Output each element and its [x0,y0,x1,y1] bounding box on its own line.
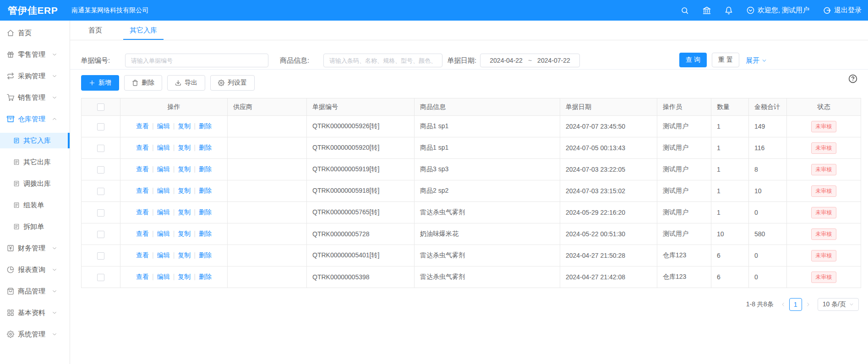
row-action-编辑[interactable]: 编辑 [157,187,170,194]
row-action-删除[interactable]: 删除 [199,208,212,216]
toolbar: 新增 删除 导出 列设置 [81,75,868,91]
row-action-编辑[interactable]: 编辑 [157,144,170,151]
supplier-cell [228,266,307,288]
sidebar-item-商品管理[interactable]: 商品管理 [0,282,70,300]
logout-button[interactable]: 退出登录 [823,6,862,15]
search-icon[interactable] [681,6,689,15]
row-action-复制[interactable]: 复制 [178,144,191,151]
bell-icon[interactable] [725,6,733,15]
sidebar-subitem-组装单[interactable]: 组装单 [0,196,70,214]
sidebar-subitem-其它出库[interactable]: 其它出库 [0,153,70,171]
user-circle-icon [747,6,754,14]
checkbox-cell [82,159,120,180]
row-action-查看[interactable]: 查看 [136,187,149,194]
row-action-复制[interactable]: 复制 [178,230,191,237]
row-action-复制[interactable]: 复制 [178,251,191,259]
row-action-查看[interactable]: 查看 [136,230,149,237]
date-cell: 2024-04-27 21:50:28 [560,245,657,266]
row-action-删除[interactable]: 删除 [199,122,212,130]
row-checkbox[interactable] [97,188,104,195]
prev-page-icon[interactable] [781,302,786,307]
row-action-编辑[interactable]: 编辑 [157,251,170,259]
row-action-复制[interactable]: 复制 [178,122,191,130]
plus-icon [89,80,95,86]
row-checkbox[interactable] [97,209,104,217]
row-checkbox[interactable] [97,274,104,281]
row-checkbox[interactable] [97,123,104,130]
sidebar-item-报表查询[interactable]: 报表查询 [0,261,70,279]
welcome-user[interactable]: 欢迎您, 测试用户 [747,6,809,15]
row-action-查看[interactable]: 查看 [136,122,149,130]
expand-toggle[interactable]: 展开 [746,54,767,67]
row-action-删除[interactable]: 删除 [199,187,212,194]
bank-icon[interactable] [703,6,711,15]
sidebar-subitem-其它入库[interactable]: 其它入库 [0,131,70,150]
row-action-查看[interactable]: 查看 [136,208,149,216]
row-checkbox[interactable] [97,145,104,152]
date-range-picker[interactable]: 2024-04-22 ~ 2024-07-22 [480,54,580,67]
sidebar-item-销售管理[interactable]: 销售管理 [0,88,70,107]
row-actions: 查看|编辑|复制|删除 [120,116,228,137]
row-checkbox[interactable] [97,252,104,260]
row-action-编辑[interactable]: 编辑 [157,122,170,130]
date-to[interactable]: 2024-07-22 [537,57,570,64]
sidebar-item-系统管理[interactable]: 系统管理 [0,325,70,343]
sidebar-item-零售管理[interactable]: 零售管理 [0,45,70,64]
filterbar: 单据编号: 商品信息: 单据日期: 2024-04-22 ~ 2024-07-2… [70,40,868,70]
action-separator: | [173,273,175,280]
basic-icon [7,309,14,316]
sidebar-subitem-调拨出库[interactable]: 调拨出库 [0,174,70,193]
next-page-icon[interactable] [806,302,810,307]
help-button[interactable] [848,74,857,83]
sidebar-item-首页[interactable]: 首页 [0,24,70,42]
row-action-删除[interactable]: 删除 [199,144,212,151]
row-action-复制[interactable]: 复制 [178,273,191,280]
row-action-编辑[interactable]: 编辑 [157,208,170,216]
export-button[interactable]: 导出 [167,75,205,91]
row-action-查看[interactable]: 查看 [136,165,149,173]
tab-首页[interactable]: 首页 [75,21,116,40]
date-from[interactable]: 2024-04-22 [490,57,523,64]
reset-button[interactable]: 重 置 [712,53,739,67]
row-action-删除[interactable]: 删除 [199,251,212,259]
status-cell: 未审核 [787,202,861,223]
row-action-编辑[interactable]: 编辑 [157,230,170,237]
action-separator: | [194,273,196,280]
delete-button[interactable]: 删除 [124,75,162,91]
sidebar-item-基本资料[interactable]: 基本资料 [0,304,70,322]
search-button[interactable]: 查 询 [679,53,707,67]
operator-cell: 测试用户 [657,116,711,137]
select-all-checkbox[interactable] [97,103,104,111]
row-action-复制[interactable]: 复制 [178,187,191,194]
status-badge: 未审核 [811,164,836,175]
tab-其它入库[interactable]: 其它入库 [116,21,171,40]
add-button[interactable]: 新增 [81,75,119,91]
page-size-select[interactable]: 10 条/页 [818,298,859,311]
sidebar-item-仓库管理[interactable]: 仓库管理 [0,110,70,128]
row-action-删除[interactable]: 删除 [199,273,212,280]
bill-no-input[interactable] [125,54,268,67]
row-action-编辑[interactable]: 编辑 [157,165,170,173]
action-separator: | [194,208,196,216]
row-checkbox[interactable] [97,231,104,238]
row-action-复制[interactable]: 复制 [178,208,191,216]
row-actions: 查看|编辑|复制|删除 [120,245,228,266]
row-checkbox[interactable] [97,166,104,174]
qty-cell: 6 [711,245,749,266]
row-action-复制[interactable]: 复制 [178,165,191,173]
product-info-input[interactable] [323,54,442,67]
row-action-删除[interactable]: 删除 [199,165,212,173]
column-settings-button[interactable]: 列设置 [210,75,255,91]
sidebar-subitem-拆卸单[interactable]: 拆卸单 [0,217,70,236]
sales-icon [7,94,14,101]
row-action-查看[interactable]: 查看 [136,273,149,280]
row-action-删除[interactable]: 删除 [199,230,212,237]
sidebar-item-采购管理[interactable]: 采购管理 [0,67,70,85]
page-number[interactable]: 1 [789,298,802,311]
row-action-查看[interactable]: 查看 [136,251,149,259]
sidebar-item-财务管理[interactable]: 财务管理 [0,239,70,257]
row-action-编辑[interactable]: 编辑 [157,273,170,280]
amount-cell: 0 [749,266,787,288]
row-action-查看[interactable]: 查看 [136,144,149,151]
logout-text: 退出登录 [834,6,862,15]
